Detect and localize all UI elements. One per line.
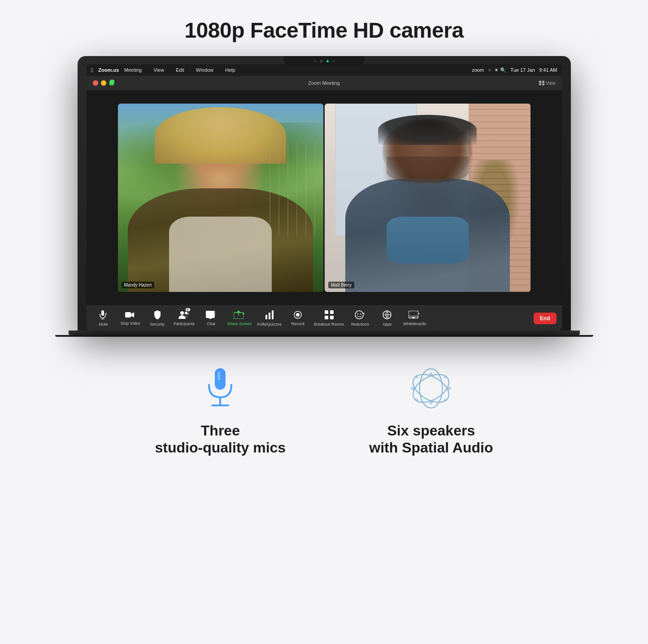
menubar-meeting[interactable]: Meeting xyxy=(124,67,142,73)
menubar-items: Meeting View Edit Window Help xyxy=(124,67,235,73)
reactions-button[interactable]: ▲ Reactions xyxy=(347,309,374,328)
svg-rect-17 xyxy=(330,310,334,314)
participant-label-left: Mandy Hazen xyxy=(122,282,155,288)
breakout-icon xyxy=(325,310,334,321)
apps-label: Apps xyxy=(383,322,392,326)
menubar-system-icons: zoom ◾ ☀ 🔍 Tue 17 Jan 9:41 AM xyxy=(472,67,557,73)
svg-point-38 xyxy=(430,401,433,404)
record-button[interactable]: Record xyxy=(284,309,311,328)
record-label: Record xyxy=(291,322,304,326)
chat-button[interactable]: ▲ Chat xyxy=(198,309,225,328)
video-cell-right: Matt Berry xyxy=(325,104,531,292)
svg-rect-11 xyxy=(265,315,267,319)
reactions-label: Reactions xyxy=(351,322,369,326)
share-arrow[interactable]: ▲ xyxy=(242,311,245,315)
video-cell-left: Mandy Hazen xyxy=(118,104,324,292)
svg-point-15 xyxy=(296,313,300,317)
shield-icon xyxy=(109,79,115,87)
menubar-window[interactable]: Window xyxy=(196,67,213,73)
stop-video-label: Stop Video xyxy=(121,321,140,326)
svg-point-43 xyxy=(444,375,447,378)
macbook-body:  Zoom.us Meeting View Edit Window Help … xyxy=(78,56,571,331)
svg-rect-12 xyxy=(269,313,270,319)
mute-button[interactable]: ▲ Mute xyxy=(90,309,117,328)
macbook-screen:  Zoom.us Meeting View Edit Window Help … xyxy=(87,64,562,331)
view-button[interactable]: View xyxy=(539,81,556,86)
toolbar-items: ▲ Mute ▲ xyxy=(90,309,534,328)
participants-icon: 2 xyxy=(178,311,188,320)
svg-rect-28 xyxy=(412,317,415,318)
macbook-notch xyxy=(284,56,365,66)
speaker-feature-text: Six speakerswith Spatial Audio xyxy=(369,422,493,457)
svg-point-21 xyxy=(357,313,358,314)
svg-point-41 xyxy=(415,375,418,378)
svg-rect-13 xyxy=(272,310,274,319)
speaker-icon xyxy=(409,364,453,413)
whiteboards-button[interactable]: ▲ Whiteboards xyxy=(400,309,429,328)
camera-dot xyxy=(320,60,323,63)
svg-rect-2 xyxy=(539,83,541,85)
view-label: View xyxy=(546,81,556,86)
menubar-edit[interactable]: Edit xyxy=(176,67,184,73)
svg-point-8 xyxy=(180,311,184,315)
camera-active-dot xyxy=(326,60,329,62)
svg-rect-33 xyxy=(217,371,220,380)
svg-point-42 xyxy=(444,398,447,401)
video-area: Mandy Hazen xyxy=(87,90,562,305)
video-arrow[interactable]: ▲ xyxy=(132,311,136,315)
breakout-rooms-button[interactable]: Breakout Rooms xyxy=(311,309,347,328)
polls-button[interactable]: Polls/Quizzes xyxy=(255,309,285,328)
speaker-feature: Six speakerswith Spatial Audio xyxy=(369,364,493,457)
stop-video-button[interactable]: ▲ Stop Video xyxy=(117,309,144,327)
chat-arrow[interactable]: ▲ xyxy=(213,311,217,315)
reactions-arrow[interactable]: ▲ xyxy=(362,311,365,315)
svg-rect-3 xyxy=(542,83,544,85)
svg-rect-18 xyxy=(325,316,328,319)
svg-point-40 xyxy=(448,387,451,390)
security-button[interactable]: Security xyxy=(144,309,171,328)
svg-rect-0 xyxy=(539,81,541,83)
mute-arrow[interactable]: ▲ xyxy=(104,311,108,315)
share-screen-button[interactable]: ▲ Share Screen xyxy=(225,309,255,328)
menubar-app-name: Zoom.us xyxy=(98,67,119,73)
macbook-foot xyxy=(55,335,593,337)
share-screen-label: Share Screen xyxy=(227,322,252,326)
svg-point-37 xyxy=(430,373,433,376)
breakout-label: Breakout Rooms xyxy=(314,322,344,326)
participants-label: Participants xyxy=(174,322,195,326)
minimize-button[interactable] xyxy=(101,80,106,86)
svg-rect-1 xyxy=(542,81,544,83)
zoom-window-title: Zoom Meeting xyxy=(308,80,339,86)
mic-feature-title: Threestudio-quality mics xyxy=(155,422,286,457)
speaker-feature-title: Six speakerswith Spatial Audio xyxy=(369,422,493,457)
svg-point-44 xyxy=(415,398,418,401)
participant-label-right: Matt Berry xyxy=(328,282,354,288)
mic-feature-text: Threestudio-quality mics xyxy=(155,422,286,457)
zoom-toolbar: ▲ Mute ▲ xyxy=(87,305,562,331)
whiteboards-arrow[interactable]: ▲ xyxy=(417,311,420,315)
mic-feature: Threestudio-quality mics xyxy=(155,364,286,457)
apps-button[interactable]: Apps xyxy=(374,309,400,328)
macbook-device:  Zoom.us Meeting View Edit Window Help … xyxy=(78,56,571,337)
polls-label: Polls/Quizzes xyxy=(257,322,282,326)
mic-icon xyxy=(198,364,243,413)
apple-logo-icon:  xyxy=(91,67,93,74)
svg-rect-16 xyxy=(325,310,328,314)
polls-icon xyxy=(265,310,274,321)
close-button[interactable] xyxy=(93,80,98,86)
apps-icon xyxy=(383,310,391,321)
video-grid: Mandy Hazen xyxy=(118,104,531,292)
chat-label: Chat xyxy=(207,322,215,326)
features-section: Threestudio-quality mics xyxy=(78,337,571,474)
security-icon xyxy=(154,310,161,321)
svg-point-22 xyxy=(360,313,361,314)
security-label: Security xyxy=(150,322,165,326)
menubar-help[interactable]: Help xyxy=(225,67,235,73)
participants-button[interactable]: 2 ▲ Participants xyxy=(171,309,198,328)
svg-point-9 xyxy=(185,312,187,314)
notch-dot-1 xyxy=(313,60,316,62)
end-button[interactable]: End xyxy=(534,313,557,324)
page-title: 1080p FaceTime HD camera xyxy=(184,18,463,43)
record-icon xyxy=(294,311,302,320)
menubar-view[interactable]: View xyxy=(153,67,164,73)
